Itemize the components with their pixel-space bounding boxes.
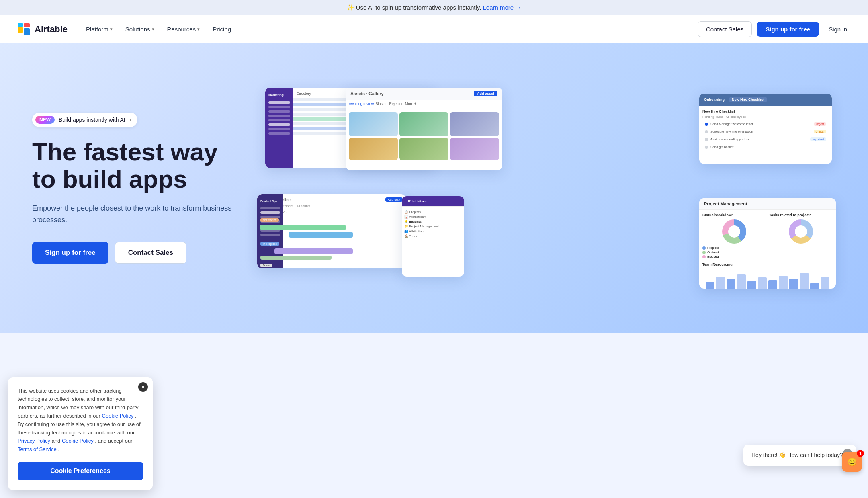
sprints-card: Product Ops Sprints · Timeline Add task bbox=[257, 194, 406, 268]
h2-item: 📊 Workstream bbox=[404, 215, 462, 219]
bar bbox=[810, 283, 819, 289]
bar bbox=[800, 273, 809, 289]
task-check bbox=[705, 123, 708, 126]
task-check bbox=[705, 130, 708, 133]
bar bbox=[789, 279, 798, 289]
h2-item: 💡 Insights bbox=[404, 220, 462, 223]
bar bbox=[779, 276, 788, 289]
new-ai-badge[interactable]: NEW Build apps instantly with AI › bbox=[32, 113, 137, 127]
gallery-item bbox=[399, 112, 448, 136]
nav-platform[interactable]: Platform ▾ bbox=[80, 23, 118, 36]
legend-item: Blocked bbox=[702, 255, 766, 258]
announcement-banner: ✨ Use AI to spin up transformative apps … bbox=[0, 0, 868, 15]
h2-item: 📁 Project Management bbox=[404, 225, 462, 228]
task-text: Assign on-boarding partner bbox=[710, 137, 808, 141]
all-sprints-label: All sprints bbox=[296, 204, 310, 208]
bar bbox=[821, 277, 829, 289]
task-badge: Critical bbox=[814, 130, 826, 133]
hero-section: NEW Build apps instantly with AI › The f… bbox=[0, 43, 868, 333]
legend-dot bbox=[702, 251, 706, 254]
logo[interactable]: Airtable bbox=[16, 22, 68, 37]
sidebar-item bbox=[268, 101, 290, 104]
legend-item: On track bbox=[702, 250, 766, 254]
new-hire-tab[interactable]: New Hire Checklist bbox=[729, 97, 767, 102]
bar bbox=[706, 282, 714, 289]
filter-blasted[interactable]: Blasted bbox=[375, 102, 387, 107]
svg-rect-2 bbox=[24, 23, 30, 27]
sidebar-mini: Marketing bbox=[265, 88, 293, 168]
onboarding-row: Send Manager welcome letter Urgent bbox=[702, 121, 829, 127]
nav-links: Platform ▾ Solutions ▾ Resources ▾ Prici… bbox=[80, 23, 698, 36]
banner-link[interactable]: Learn more → bbox=[483, 4, 522, 11]
gallery-card: Assets · Gallery Add asset Awaiting revi… bbox=[346, 88, 502, 170]
banner-text: ✨ Use AI to spin up transformative apps … bbox=[347, 4, 481, 11]
chevron-down-icon: ▾ bbox=[152, 27, 154, 32]
chevron-down-icon: ▾ bbox=[197, 27, 200, 32]
sidebar-item bbox=[260, 207, 280, 209]
main-nav: Airtable Platform ▾ Solutions ▾ Resource… bbox=[0, 15, 868, 43]
tasks-label: Tasks related to projects bbox=[769, 213, 833, 217]
bar bbox=[768, 280, 777, 289]
arrow-icon: › bbox=[129, 117, 131, 123]
contact-sales-button[interactable]: Contact Sales bbox=[698, 21, 752, 37]
nav-solutions[interactable]: Solutions ▾ bbox=[120, 23, 160, 36]
gantt-bar bbox=[260, 225, 346, 230]
sidebar-item bbox=[268, 106, 290, 108]
bar bbox=[737, 274, 746, 289]
product-ops-label: Product Ops bbox=[259, 197, 282, 205]
onboarding-header: Onboarding New Hire Checklist bbox=[699, 94, 832, 106]
status-breakdown-label: Status breakdown bbox=[702, 213, 766, 217]
onboarding-row: Send gift basket bbox=[702, 144, 829, 150]
sidebar-item bbox=[268, 132, 290, 135]
hero-buttons: Sign up for free Contact Sales bbox=[32, 242, 241, 264]
hero-visuals: Marketing Project Tracker · Directory bbox=[257, 88, 836, 289]
hero-subtitle: Empower the people closest to the work t… bbox=[32, 203, 241, 226]
add-task-button[interactable]: Add task bbox=[385, 197, 403, 202]
tasks-donut-chart bbox=[789, 219, 813, 244]
sidebar-item bbox=[268, 123, 290, 126]
task-text: Send gift basket bbox=[710, 145, 826, 149]
bar-chart bbox=[702, 268, 833, 289]
legend-text: Projects bbox=[707, 246, 719, 250]
filter-awaiting[interactable]: Awaiting review bbox=[349, 102, 374, 107]
h2-item: 🏠 Team bbox=[404, 234, 462, 238]
pending-tasks-label: Pending Tasks · All employees bbox=[702, 115, 829, 119]
gallery-item bbox=[450, 138, 499, 160]
project-header: Project Management bbox=[699, 198, 836, 210]
bar bbox=[716, 277, 725, 289]
not-started-badge: Not started bbox=[260, 218, 279, 222]
nav-pricing[interactable]: Pricing bbox=[207, 23, 237, 36]
new-hire-checklist-title: New Hire Checklist bbox=[702, 109, 829, 113]
svg-rect-4 bbox=[18, 23, 23, 27]
legend-dot bbox=[702, 246, 706, 250]
hero-contact-button[interactable]: Contact Sales bbox=[115, 242, 186, 264]
in-progress-badge: In progress bbox=[260, 242, 279, 246]
gallery-header: Assets · Gallery Add asset bbox=[346, 88, 502, 100]
sidebar-item bbox=[268, 115, 290, 117]
task-badge: Important bbox=[810, 137, 826, 141]
signin-link[interactable]: Sign in bbox=[824, 22, 852, 37]
h2-item: 📋 Projects bbox=[404, 210, 462, 214]
bar bbox=[727, 279, 735, 289]
onboarding-row: Schedule new-hire orientation Critical bbox=[702, 129, 829, 135]
gallery-grid bbox=[346, 109, 502, 163]
filter-more[interactable]: More + bbox=[405, 102, 416, 107]
gallery-item bbox=[349, 112, 398, 136]
h2-header: H2 Initiatives bbox=[402, 196, 464, 207]
hero-signup-button[interactable]: Sign up for free bbox=[32, 242, 108, 264]
badge-description: Build apps instantly with AI bbox=[59, 117, 125, 123]
filter-rejected[interactable]: Rejected bbox=[389, 102, 403, 107]
chevron-down-icon: ▾ bbox=[110, 27, 113, 32]
signup-button[interactable]: Sign up for free bbox=[757, 22, 819, 37]
gantt-bar bbox=[289, 232, 353, 238]
sidebar-item bbox=[268, 119, 290, 121]
svg-rect-3 bbox=[24, 28, 30, 35]
nav-resources[interactable]: Resources ▾ bbox=[162, 23, 206, 36]
svg-rect-1 bbox=[18, 27, 23, 33]
gallery-item bbox=[349, 138, 398, 160]
task-text: Send Manager welcome letter bbox=[710, 122, 811, 126]
logo-text: Airtable bbox=[35, 24, 68, 35]
h2-card: H2 Initiatives 📋 Projects 📊 Workstream 💡… bbox=[402, 196, 464, 277]
add-asset-button[interactable]: Add asset bbox=[474, 91, 497, 96]
sidebar-item bbox=[268, 110, 290, 113]
